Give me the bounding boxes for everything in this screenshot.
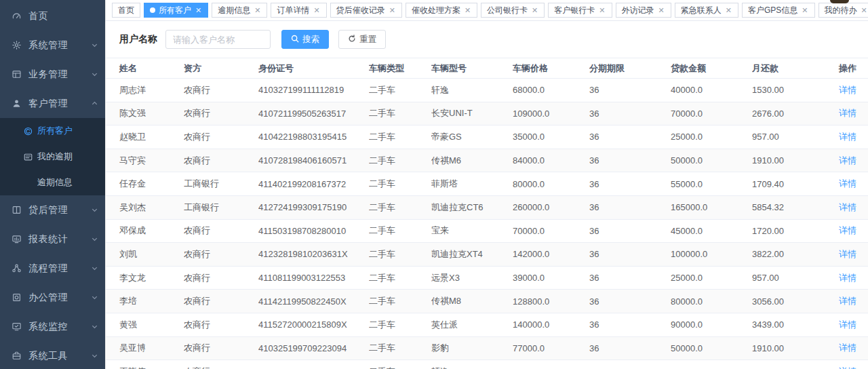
table-cell: 36 (589, 343, 671, 353)
table-cell: 41232819810203631X (258, 249, 369, 259)
card-icon (23, 152, 33, 162)
view-tab[interactable]: 公司银行卡✕ (481, 3, 545, 18)
view-tab[interactable]: 我的待办✕ (818, 3, 868, 18)
close-icon[interactable]: ✕ (389, 6, 396, 15)
table-cell: 77000.0 (513, 343, 589, 353)
sidebar-item[interactable]: 系统工具 (0, 341, 105, 369)
detail-link[interactable]: 详情 (839, 366, 856, 369)
table-cell-actions: 详情 (831, 319, 868, 331)
view-tab[interactable]: 贷后催收记录✕ (330, 3, 402, 18)
chevron-down-icon (91, 206, 98, 214)
search-form: 用户名称 搜索 重置 (119, 30, 868, 49)
table-cell: 二手车 (369, 131, 431, 143)
table-cell: 25000.0 (671, 132, 752, 142)
view-tab[interactable]: 所有客户✕ (144, 3, 208, 18)
column-header: 身份证号 (258, 62, 369, 75)
table-row: 马守宾农商行410728198406160571二手车传祺M684000.036… (106, 149, 868, 173)
table-cell-actions: 详情 (831, 295, 868, 307)
table-cell: 3056.00 (752, 296, 831, 307)
table-cell: 传祺M8 (431, 295, 513, 307)
view-tab[interactable]: 紧急联系人✕ (675, 3, 738, 18)
detail-link[interactable]: 详情 (839, 319, 856, 330)
table-cell: 二手车 (369, 366, 431, 369)
view-tab[interactable]: 客户银行卡✕ (548, 3, 612, 18)
table-cell: 36 (589, 85, 671, 95)
table-cell: 80000.0 (671, 296, 752, 307)
detail-link[interactable]: 详情 (839, 132, 856, 142)
table-cell: 84000.0 (513, 155, 589, 166)
table-cell: 165000.0 (671, 202, 752, 212)
close-icon[interactable]: ✕ (464, 6, 471, 15)
table-cell-actions: 详情 (831, 201, 868, 214)
reset-button[interactable]: 重置 (338, 30, 386, 49)
table-cell: 36 (589, 273, 671, 283)
view-tab[interactable]: 外访记录✕ (616, 3, 671, 18)
table-cell: 50000.0 (671, 343, 752, 353)
sidebar-subitem[interactable]: 所有客户 (0, 118, 105, 144)
table-cell: 39000.0 (513, 273, 589, 283)
view-tab[interactable]: 客户GPS信息✕ (742, 3, 815, 18)
detail-link[interactable]: 详情 (839, 155, 856, 166)
close-icon[interactable]: ✕ (598, 6, 606, 15)
detail-link[interactable]: 详情 (839, 178, 856, 189)
table-cell: 二手车 (369, 155, 431, 167)
table-cell: 二手车 (369, 319, 431, 331)
detail-link[interactable]: 详情 (839, 296, 856, 306)
table-cell: 70000.0 (513, 226, 589, 236)
view-tab[interactable]: 催收处理方案✕ (406, 3, 477, 18)
sidebar-submenu: 所有客户我的逾期逾期信息 (0, 118, 105, 195)
chevron-down-icon (91, 323, 98, 330)
close-icon[interactable]: ✕ (658, 6, 665, 15)
table-cell: 140000.0 (513, 319, 589, 330)
sidebar-subitem[interactable]: 逾期信息 (0, 170, 105, 195)
view-tab[interactable]: 首页 (112, 3, 140, 18)
search-button[interactable]: 搜索 (281, 30, 329, 49)
detail-link[interactable]: 详情 (839, 108, 856, 118)
sidebar-item-label: 贷后管理 (28, 204, 91, 216)
close-icon[interactable]: ✕ (801, 6, 808, 15)
table-cell: 36 (589, 202, 671, 212)
detail-link[interactable]: 详情 (839, 343, 856, 353)
detail-link[interactable]: 详情 (839, 202, 856, 212)
customer-name-input[interactable] (165, 30, 271, 49)
sidebar-item[interactable]: 办公管理 (0, 283, 105, 312)
close-icon[interactable]: ✕ (725, 6, 732, 15)
sidebar-item[interactable]: 首页 (0, 1, 105, 31)
table-cell: 轩逸 (431, 366, 513, 369)
tab-label: 客户银行卡 (554, 5, 595, 16)
sidebar-item[interactable]: 系统管理 (0, 31, 105, 60)
sidebar-item[interactable]: 贷后管理 (0, 195, 105, 225)
sidebar-subitem[interactable]: 我的逾期 (0, 144, 105, 170)
table-row: 邓保成农商行411503198708280010二手车宝来70000.03645… (106, 220, 868, 244)
close-icon[interactable]: ✕ (861, 6, 868, 15)
sidebar-item[interactable]: 系统监控 (0, 312, 105, 341)
table-cell: 宝来 (431, 225, 513, 237)
detail-link[interactable]: 详情 (839, 273, 856, 283)
table-cell: 412724199309175190 (258, 202, 369, 212)
gear-icon (11, 39, 22, 51)
table-cell: 109000.0 (513, 109, 589, 119)
table-cell: 68000.0 (513, 85, 589, 95)
sidebar-item-label: 流程管理 (28, 263, 91, 275)
table-cell: 36 (589, 249, 671, 259)
sidebar-item[interactable]: 报表统计 (0, 225, 105, 254)
tags-view-bar: 首页所有客户✕逾期信息✕订单详情✕贷后催收记录✕催收处理方案✕公司银行卡✕客户银… (106, 0, 868, 21)
sidebar-item[interactable]: 流程管理 (0, 254, 105, 283)
table-cell: 957.00 (752, 132, 831, 142)
table-cell: 1709.40 (752, 179, 831, 189)
detail-link[interactable]: 详情 (839, 85, 856, 95)
close-icon[interactable]: ✕ (313, 6, 320, 15)
table-cell: 马守宾 (106, 155, 184, 167)
close-icon[interactable]: ✕ (254, 6, 261, 15)
close-icon[interactable]: ✕ (531, 6, 538, 15)
view-tab[interactable]: 逾期信息✕ (212, 3, 267, 18)
close-icon[interactable]: ✕ (195, 6, 202, 15)
view-tab[interactable]: 订单详情✕ (271, 3, 326, 18)
detail-link[interactable]: 详情 (839, 225, 856, 235)
table-cell: 2676.00 (752, 109, 831, 119)
table-cell: 70000.0 (671, 109, 752, 119)
sidebar-item[interactable]: 业务管理 (0, 60, 105, 89)
sidebar-item[interactable]: 客户管理 (0, 89, 105, 118)
table-cell: 二手车 (369, 84, 431, 96)
detail-link[interactable]: 详情 (839, 249, 856, 259)
